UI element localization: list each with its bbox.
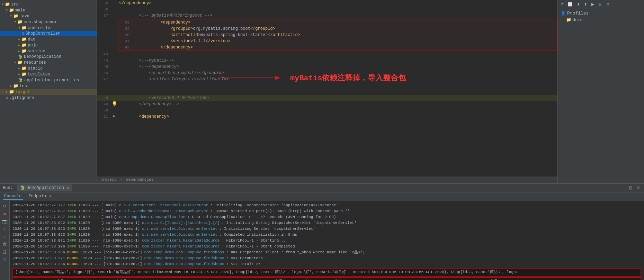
run-tab-close[interactable]: ✕ xyxy=(67,186,69,191)
scroll-down-btn[interactable]: ↓ xyxy=(1,233,8,240)
settings-btn[interactable]: ⚙ xyxy=(605,1,611,7)
spring-icon-demo: 🍃 xyxy=(18,55,23,59)
camera-btn[interactable]: 📷 xyxy=(1,218,8,225)
line-content-38: <dependency> xyxy=(139,19,557,26)
endpoints-tab[interactable]: Endpoints xyxy=(27,193,52,200)
line-num-47: 47 xyxy=(97,76,111,82)
tree-item-resources[interactable]: ▾ 📁 resources xyxy=(0,60,97,65)
line-content-48: <version>3.4.6</version> xyxy=(118,95,557,101)
code-line-48: 48 <version>3.4.6</version> xyxy=(97,95,557,101)
settings-bottom-btn[interactable]: ⚙ xyxy=(628,184,634,191)
right-panel-demo[interactable]: 📁 demo xyxy=(559,17,643,23)
line-content-35: </dependency> xyxy=(118,0,557,6)
tree-item-target[interactable]: ▸ 📁 target xyxy=(0,89,97,95)
code-line-42: 42 </dependency> xyxy=(118,44,557,51)
tree-item-appprops[interactable]: 🍃 application.properties xyxy=(0,77,97,83)
folder-expand-icon: ▾ xyxy=(1,2,4,7)
line-num-35: 35 xyxy=(97,0,111,6)
tree-item-gitignore[interactable]: ⚙ .gitignore xyxy=(0,95,97,101)
log-class-9: com.shop.demo.dao.ShopDao.findShops xyxy=(144,255,224,261)
filter-btn[interactable]: ▽ xyxy=(1,256,8,263)
tree-item-dao[interactable]: ▸ 📁 dao xyxy=(0,36,97,42)
log-level-9: DEBUG xyxy=(67,255,79,261)
print-btn[interactable]: 🖨 xyxy=(1,248,8,255)
editor-area: 35 </dependency> 36 37 <!-- mybatis整合Spr… xyxy=(97,0,557,183)
java-file-icon-shopctrl: C xyxy=(22,31,25,36)
upload-btn[interactable]: ⬆ xyxy=(583,1,589,7)
close-bottom-btn[interactable]: ✕ xyxy=(636,184,641,191)
file-tree[interactable]: ▾ 📁 src ▾ 📁 main ▾ 📁 java ▾ 📁 com.shop.d… xyxy=(0,0,97,183)
log-class-7: com.zaxxer.hikari.HikariDataSource xyxy=(142,244,220,250)
log-class-6: com.zaxxer.hikari.HikariDataSource xyxy=(142,238,220,244)
folder-icon-test: 📁 xyxy=(13,83,18,89)
log-thread-0: [ main] xyxy=(101,202,117,208)
tree-label-service: service xyxy=(28,49,45,54)
code-line-45: 45 <!--<dependency> xyxy=(97,64,557,70)
tree-item-java[interactable]: ▾ 📁 java xyxy=(0,13,97,19)
pause-btn[interactable]: ⏸ xyxy=(597,1,603,7)
log-pid-8: 11620 --- xyxy=(81,250,101,255)
code-line-49: 49 💡 </dependency>--> xyxy=(97,101,557,107)
log-date-6: 2020-11-20 10:07:33.071 xyxy=(12,238,65,244)
refresh-btn[interactable]: ↺ xyxy=(559,1,565,7)
folder-expand-icon-dao: ▸ xyxy=(18,37,20,42)
log-pid-1: 11620 --- xyxy=(78,208,99,214)
tree-item-test[interactable]: ▸ 📁 test xyxy=(0,83,97,89)
tree-item-demoapplication[interactable]: 🍃 DemoApplication xyxy=(0,54,97,60)
log-class-10: com.shop.demo.dao.ShopDao.findShops xyxy=(144,261,224,267)
editor-content[interactable]: 35 </dependency> 36 37 <!-- mybatis整合Spr… xyxy=(97,0,557,177)
log-thread-1: [ main] xyxy=(101,208,117,214)
play-btn[interactable]: ▶ xyxy=(590,1,596,7)
log-line-8: 2020-11-20 10:07:33.256 DEBUG 11620 --- … xyxy=(12,250,641,255)
tree-item-pojo[interactable]: ▸ 📁 pojo xyxy=(0,42,97,48)
log-level-2: INFO xyxy=(67,214,76,220)
tree-item-src[interactable]: ▾ 📁 src xyxy=(0,1,97,7)
code-line-41: 41 <version>1.1.1</version> xyxy=(118,38,557,44)
tree-item-main[interactable]: ▾ 📁 main xyxy=(0,7,97,13)
code-line-50: 50 xyxy=(97,107,557,114)
log-thread-8: [nio-8080-exec-1] xyxy=(103,250,142,255)
code-line-43: 43 xyxy=(97,51,557,57)
folder-expand-icon-static: ▸ xyxy=(18,66,20,71)
log-date-0: 2020-11-20 10:07:27.727 xyxy=(12,202,65,208)
log-msg-8: : ==> Preparing: select * from t_shop wh… xyxy=(226,250,365,255)
stop-btn[interactable]: ■ xyxy=(1,210,8,217)
log-line-3: 2020-11-20 10:07:33.022 INFO 11620 --- [… xyxy=(12,220,641,226)
line-num-46: 46 xyxy=(97,70,111,76)
scroll-up-btn[interactable]: ↑ xyxy=(1,225,8,232)
tree-item-service[interactable]: ▸ 📁 service xyxy=(0,48,97,54)
folder-expand-icon-pojo: ▸ xyxy=(18,43,20,48)
log-pid-0: 11620 --- xyxy=(78,202,99,208)
tree-item-controller[interactable]: ▾ 📁 controller xyxy=(0,25,97,31)
line-content-39: <groupId>org.mybatis.spring.boot</groupI… xyxy=(139,26,557,32)
line-num-43: 43 xyxy=(97,51,111,57)
clear-btn[interactable]: 🗑 xyxy=(1,241,8,247)
log-pid-6: 11620 --- xyxy=(78,238,99,244)
line-num-50: 50 xyxy=(97,107,111,114)
run-tab-demoapplication[interactable]: 🍃 DemoApplication ✕ xyxy=(17,184,72,191)
folder-expand-icon-target: ▸ xyxy=(6,89,8,94)
tree-label-main: main xyxy=(15,8,25,13)
tree-label-test: test xyxy=(19,84,29,89)
code-line-39: 39 <groupId>org.mybatis.spring.boot</gro… xyxy=(118,26,557,32)
download-btn[interactable]: ⬇ xyxy=(575,1,581,7)
tree-label-dao: dao xyxy=(28,37,35,42)
console-tab[interactable]: Console xyxy=(3,193,23,200)
tree-item-com-shop-demo[interactable]: ▾ 📁 com.shop.demo xyxy=(0,19,97,25)
right-panel-profiles[interactable]: 👤 Profiles xyxy=(559,10,643,17)
bottom-panel: Run: 🍃 DemoApplication ✕ ⚙ ✕ Console End… xyxy=(0,183,644,280)
tree-item-templates[interactable]: ▸ 📁 templates xyxy=(0,71,97,77)
line-content-49: </dependency>--> xyxy=(118,101,557,107)
editor-breadcrumb: project › dependencies xyxy=(97,177,557,183)
folder-icon-static: 📁 xyxy=(21,66,27,71)
folder-expand-icon-tmpl: ▸ xyxy=(18,72,20,77)
restart-btn[interactable]: ↺ xyxy=(1,202,8,209)
tree-item-static[interactable]: ▸ 📁 static xyxy=(0,65,97,71)
collapse-btn[interactable]: ⬜ xyxy=(566,1,574,7)
tree-label-controller: controller xyxy=(28,26,53,30)
log-class-5: o.s.web.servlet.DispatcherServlet xyxy=(142,232,217,238)
log-class-2: com.shop.demo.DemoApplication xyxy=(119,214,185,220)
tree-item-shopcontroller[interactable]: C ShopController xyxy=(0,31,97,36)
tree-label-java: java xyxy=(19,14,29,19)
folder-icon-csd: 📁 xyxy=(17,19,23,25)
